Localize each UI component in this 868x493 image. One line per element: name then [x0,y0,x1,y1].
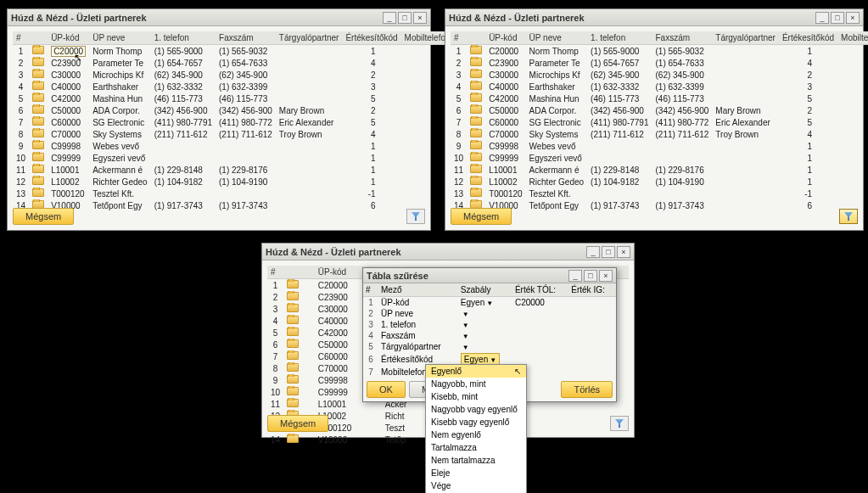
code-cell[interactable]: L10002 [48,176,89,188]
code-cell[interactable]: C30000 [48,69,89,81]
table-row[interactable]: 2C23900Parameter Te(1) 654-7657(1) 654-7… [13,57,454,69]
filter-row[interactable]: 5Tárgyalópartner▼ [363,341,616,352]
column-header[interactable]: ÜP neve [526,31,587,45]
folder-cell[interactable] [467,116,485,128]
folder-cell[interactable] [467,188,485,199]
folder-cell[interactable] [283,327,315,339]
code-cell[interactable]: L10001 [48,164,89,176]
folder-cell[interactable] [283,434,315,445]
cancel-button[interactable]: Mégsem [267,415,328,432]
folder-cell[interactable] [283,350,315,362]
table-row[interactable]: 1C20000Norm Thomp(1) 565-9000(1) 565-903… [451,45,868,58]
column-header[interactable]: ÜP-kód [485,31,525,45]
folder-cell[interactable] [467,128,485,140]
folder-cell[interactable] [29,176,48,188]
column-header[interactable]: # [451,31,467,45]
folder-cell[interactable] [467,164,485,176]
folder-cell[interactable] [283,291,315,303]
dropdown-item[interactable]: Nagyobb, mint [426,378,526,390]
table-row[interactable]: 3C30000Microchips Kf(62) 345-900(62) 345… [13,69,454,81]
column-header[interactable]: 1. telefon [587,31,652,45]
table-row[interactable]: 10C99999Egyszeri vevő1 [451,152,868,164]
close-button[interactable]: × [413,12,427,24]
dropdown-item[interactable]: Kisebb vagy egyenlő [426,416,526,429]
code-cell[interactable]: C23900 [48,57,89,69]
table-row[interactable]: 2C23900Parameter Te(1) 654-7657(1) 654-7… [451,57,868,69]
table-row[interactable]: 8C70000Sky Systems(211) 711-612(211) 711… [13,128,454,140]
folder-cell[interactable] [29,45,48,58]
maximize-button[interactable]: □ [584,270,597,282]
code-cell[interactable]: L10001 [485,164,525,176]
minimize-button[interactable]: _ [586,246,600,258]
titlebar[interactable]: Húzd & Nézd - Üzleti partnerek _ □ × [262,244,634,261]
column-header[interactable]: # [267,266,283,279]
folder-cell[interactable] [29,69,48,81]
table-row[interactable]: 1C20000Norm Thomp(1) 565-9000(1) 565-903… [13,45,454,58]
folder-cell[interactable] [283,303,315,315]
dropdown-item[interactable]: Nem egyenlő [426,429,526,441]
column-header[interactable]: # [13,31,29,45]
table-row[interactable]: 4C40000Earthshaker(1) 632-3332(1) 632-33… [13,81,454,92]
maximize-button[interactable]: □ [831,12,844,24]
table-row[interactable]: 9C99998Webes vevő1 [451,140,868,152]
table-row[interactable]: 13T000120Tesztel Kft.-1 [451,188,868,199]
folder-cell[interactable] [467,140,485,152]
column-header[interactable] [29,31,48,45]
column-header[interactable]: 1. telefon [151,31,216,45]
folder-cell[interactable] [467,152,485,164]
table-row[interactable]: 7C60000SG Electronic(411) 980-7791(411) … [13,116,454,128]
folder-cell[interactable] [467,104,485,116]
cancel-button[interactable]: Mégsem [13,208,74,225]
folder-cell[interactable] [29,104,48,116]
code-cell[interactable]: C42000 [485,92,525,104]
filter-row[interactable]: 1ÜP-kódEgyen▼C20000 [363,297,616,309]
code-cell[interactable]: C40000 [48,81,89,92]
code-cell[interactable]: C60000 [48,116,89,128]
column-header[interactable]: Tárgyalópartner [276,31,343,45]
table-row[interactable]: 10C99999Egyszeri vevő1 [13,152,454,164]
folder-cell[interactable] [467,176,485,188]
column-header[interactable]: Értékesítőkód [779,31,837,45]
folder-cell[interactable] [29,164,48,176]
code-cell[interactable]: C42000 [48,92,89,104]
filter-value-from[interactable] [512,341,568,352]
column-header[interactable]: Faxszám [652,31,712,45]
folder-cell[interactable] [29,92,48,104]
table-row[interactable]: 12L10002Richter Gedeo(1) 104-9182(1) 104… [13,176,454,188]
dropdown-item[interactable]: Nem tartalmazza [426,454,526,467]
close-button[interactable]: × [846,12,860,24]
folder-cell[interactable] [29,152,48,164]
filter-value-from[interactable] [512,308,568,319]
minimize-button[interactable]: _ [568,270,582,282]
table-row[interactable]: 5C42000Mashina Hun(46) 115-773(46) 115-7… [13,92,454,104]
table-row[interactable]: 13T000120Tesztel Kft.-1 [13,188,454,199]
column-header[interactable]: ÜP-kód [48,31,89,45]
table-row[interactable]: 7C60000SG Electronic(411) 980-7791(411) … [451,116,868,128]
folder-cell[interactable] [283,279,315,292]
minimize-button[interactable]: _ [815,12,829,24]
folder-cell[interactable] [467,57,485,69]
code-cell[interactable]: C70000 [485,128,525,140]
code-cell[interactable]: C50000 [48,104,89,116]
filter-rule-dropdown[interactable]: ▼ [458,308,512,319]
filter-row[interactable]: 4Faxszám▼ [363,330,616,341]
dropdown-item[interactable]: Kisebb, mint [426,390,526,403]
filter-rule-dropdown[interactable]: Egyen▼ [458,297,512,309]
code-cell[interactable]: C60000 [485,116,525,128]
clear-button[interactable]: Törlés [561,381,613,398]
dropdown-item[interactable]: Vége [426,479,526,492]
table-row[interactable]: 11L10001Ackermann é(1) 229-8148(1) 229-8… [13,164,454,176]
filter-rule-dropdown[interactable]: ▼ [458,319,512,330]
folder-cell[interactable] [29,188,48,199]
table-row[interactable]: 12L10002Richter Gedeo(1) 104-9182(1) 104… [451,176,868,188]
folder-cell[interactable] [283,362,315,374]
column-header[interactable] [467,31,485,45]
code-cell[interactable]: V10000 [315,434,382,445]
folder-cell[interactable] [283,398,315,410]
filter-icon-button-active[interactable] [839,209,858,224]
table-row[interactable]: 4C40000Earthshaker(1) 632-3332(1) 632-33… [451,81,868,92]
folder-cell[interactable] [283,386,315,398]
filter-row[interactable]: 2ÜP neve▼ [363,308,616,319]
filter-value-from[interactable] [512,330,568,341]
code-cell[interactable]: C70000 [48,128,89,140]
